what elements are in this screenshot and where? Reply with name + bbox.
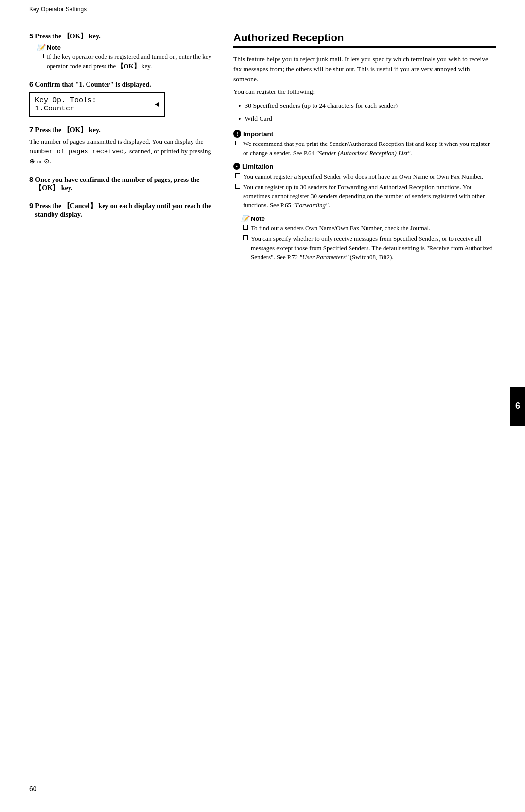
bullet-dot-1: •: [238, 100, 241, 112]
note-1-title: 📝 Note: [37, 44, 214, 51]
limitation-checkbox-2: [235, 184, 240, 189]
note-2-title: 📝 Note: [241, 215, 496, 222]
limitation-item-text-2: You can register up to 30 senders for Fo…: [243, 183, 496, 211]
limitation-item-1: You cannot register a Specified Sender w…: [233, 172, 496, 181]
bullet-dot-2: •: [238, 113, 241, 125]
step-5-num: 5: [29, 32, 33, 40]
display-arrow: ◄: [155, 100, 159, 109]
note-icon-2: 📝: [241, 215, 249, 222]
step-9-block: 9 Press the 【Cancel】 key on each display…: [29, 201, 214, 218]
step-6-heading: 6 Confirm that "1. Counter" is displayed…: [29, 80, 214, 89]
important-block: ! Important We recommend that you print …: [233, 130, 496, 158]
bullet-item-1: • 30 Specified Senders (up to 24 charact…: [238, 101, 496, 112]
step-8-block: 8 Once you have confirmed the number of …: [29, 175, 214, 193]
note-2-block: 📝 Note To find out a senders Own Name/Ow…: [241, 215, 496, 262]
step-9-text: Press the 【Cancel】 key on each display u…: [35, 202, 214, 218]
important-item-1: We recommend that you print the Sender/A…: [233, 140, 496, 158]
bullet-item-2: • Wild Card: [238, 114, 496, 125]
right-column: Authorized Reception This feature helps …: [233, 32, 496, 265]
step-7-text: Press the 【OK】 key.: [35, 126, 100, 135]
step-6-text: Confirm that "1. Counter" is displayed.: [35, 81, 151, 89]
step-8-text: Once you have confirmed the number of pa…: [35, 176, 214, 193]
limitation-block: • Limitation You cannot register a Speci…: [233, 163, 496, 210]
section-title: Authorized Reception: [233, 32, 496, 48]
important-title: ! Important: [233, 130, 496, 138]
step-6-block: 6 Confirm that "1. Counter" is displayed…: [29, 80, 214, 117]
left-column: 5 Press the 【OK】 key. 📝 Note If the key …: [29, 32, 214, 265]
bullet-text-1: 30 Specified Senders (up to 24 character…: [245, 101, 398, 110]
step-5-block: 5 Press the 【OK】 key. 📝 Note If the key …: [29, 32, 214, 71]
display-box: Key Op. Tools: 1.Counter ◄: [29, 92, 165, 117]
note-2-item-text-2: You can specify whether to only receive …: [251, 235, 496, 262]
step-9-heading: 9 Press the 【Cancel】 key on each display…: [29, 201, 214, 218]
limitation-item-2: You can register up to 30 senders for Fo…: [233, 183, 496, 211]
step-7-body: The number of pages transmitted is displ…: [29, 137, 214, 167]
step-6-num: 6: [29, 80, 33, 88]
step-5-text: Press the 【OK】 key.: [35, 32, 100, 41]
note-2-item-1: To find out a senders Own Name/Own Fax N…: [241, 224, 496, 233]
step-7-block: 7 Press the 【OK】 key. The number of page…: [29, 126, 214, 167]
step-7-num: 7: [29, 126, 33, 134]
bullet-list: • 30 Specified Senders (up to 24 charact…: [238, 101, 496, 125]
step-9-num: 9: [29, 201, 33, 210]
limitation-title: • Limitation: [233, 163, 496, 170]
note-2-checkbox-2: [243, 235, 248, 240]
note-2-checkbox-1: [243, 225, 248, 230]
main-content: 5 Press the 【OK】 key. 📝 Note If the key …: [0, 17, 525, 284]
note-2-item-2: You can specify whether to only receive …: [241, 235, 496, 262]
bullet-text-2: Wild Card: [245, 114, 272, 124]
display-line1: Key Op. Tools:: [35, 96, 96, 105]
step-8-heading: 8 Once you have confirmed the number of …: [29, 175, 214, 193]
important-checkbox-1: [235, 141, 240, 145]
limitation-checkbox-1: [235, 173, 240, 178]
step-7-heading: 7 Press the 【OK】 key.: [29, 126, 214, 135]
note-1-item-1: If the key operator code is registered a…: [37, 53, 214, 71]
page-number: 60: [29, 785, 37, 793]
display-line2: 1.Counter: [35, 105, 96, 113]
step-5-heading: 5 Press the 【OK】 key.: [29, 32, 214, 41]
limitation-item-text-1: You cannot register a Specified Sender w…: [243, 172, 496, 181]
step-8-num: 8: [29, 175, 33, 183]
page-container: 6 Key Operator Settings 5 Press the 【OK】…: [0, 0, 525, 812]
note-2-item-text-1: To find out a senders Own Name/Own Fax N…: [251, 224, 496, 233]
header-bar: Key Operator Settings: [0, 0, 525, 17]
intro-text: This feature helps you to reject junk ma…: [233, 54, 496, 84]
note-checkbox-1: [39, 54, 44, 58]
display-content: Key Op. Tools: 1.Counter: [35, 96, 96, 113]
chapter-tab: 6: [510, 387, 525, 426]
important-item-text-1: We recommend that you print the Sender/A…: [243, 140, 496, 158]
header-label: Key Operator Settings: [29, 6, 87, 13]
note-1-block: 📝 Note If the key operator code is regis…: [37, 44, 214, 71]
register-label: You can register the following:: [233, 87, 496, 97]
note-icon-1: 📝: [37, 44, 45, 51]
important-icon: !: [233, 130, 241, 138]
limitation-icon: •: [233, 163, 240, 170]
note-1-item-text-1: If the key operator code is registered a…: [47, 53, 214, 71]
